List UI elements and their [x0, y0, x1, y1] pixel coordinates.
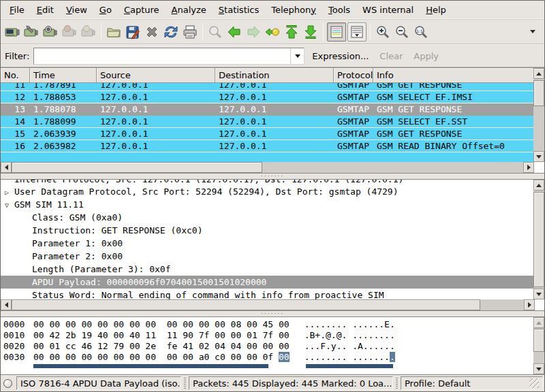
- ascii-selected-char[interactable]: .: [390, 352, 395, 362]
- scroll-up-button[interactable]: [533, 180, 544, 191]
- menu-analyze[interactable]: Analyze: [166, 2, 213, 18]
- packet-list-vscrollbar[interactable]: [533, 68, 544, 162]
- menu-help[interactable]: Help: [420, 2, 452, 18]
- go-to-bottom-button[interactable]: [301, 22, 320, 42]
- scroll-left-button[interactable]: [1, 162, 12, 173]
- scroll-up-button[interactable]: [533, 317, 544, 328]
- detail-field-status-word[interactable]: Status Word: Normal ending of command wi…: [1, 289, 533, 299]
- filter-dropdown-button[interactable]: [290, 48, 304, 64]
- detail-field-param2[interactable]: Parameter 2: 0x00: [1, 250, 533, 263]
- statusbar-divider[interactable]: [184, 378, 186, 389]
- hex-selected-byte[interactable]: 00: [279, 352, 290, 362]
- packet-list-hscrollbar[interactable]: [1, 162, 534, 173]
- go-forward-button[interactable]: [244, 22, 263, 42]
- ascii-highlight-bar: [306, 364, 393, 368]
- stop-capture-button[interactable]: [60, 22, 79, 42]
- detail-field-class[interactable]: Class: GSM (0xa0): [1, 211, 533, 224]
- resize-grip[interactable]: [529, 378, 539, 388]
- menu-bar: File Edit View Go Capture Analyze Statis…: [1, 1, 544, 19]
- scroll-right-button[interactable]: [524, 299, 535, 310]
- hscroll-thumb[interactable]: [12, 162, 262, 173]
- menu-file[interactable]: File: [3, 2, 31, 18]
- pane-splitter[interactable]: ·······: [1, 174, 544, 179]
- menu-telephony[interactable]: Telephony: [265, 2, 322, 18]
- detail-field-param1[interactable]: Parameter 1: 0x00: [1, 237, 533, 250]
- details-hscrollbar[interactable]: [1, 299, 535, 310]
- packet-row[interactable]: 16 2.063982 127.0.0.1 127.0.0.1 GSMTAP G…: [1, 140, 534, 152]
- go-to-top-button[interactable]: [282, 22, 301, 42]
- scroll-up-button[interactable]: [533, 68, 544, 79]
- expander-expanded-icon[interactable]: ▽: [5, 199, 14, 212]
- menu-statistics[interactable]: Statistics: [213, 2, 265, 18]
- hex-row[interactable]: 0020 00 01 cc 46 12 79 00 2e fe 41 02 04…: [1, 341, 533, 352]
- column-header-time[interactable]: Time: [30, 68, 97, 83]
- reload-button[interactable]: [161, 22, 181, 42]
- cell-protocol: GSMTAP: [334, 91, 373, 103]
- menu-edit[interactable]: Edit: [31, 2, 60, 18]
- find-packet-button[interactable]: [206, 22, 225, 42]
- go-back-button[interactable]: [225, 22, 244, 42]
- expander-collapsed-icon[interactable]: ▷: [5, 186, 14, 199]
- menu-capture[interactable]: Capture: [118, 2, 166, 18]
- list-interfaces-button[interactable]: [3, 22, 22, 42]
- print-button[interactable]: [181, 22, 200, 42]
- scroll-left-button[interactable]: [1, 299, 12, 310]
- expert-info-icon[interactable]: [3, 379, 12, 388]
- packet-row-clipped[interactable]: 11 1.787891 127.0.0.1 127.0.0.1 GSMTAP G…: [1, 83, 534, 91]
- vscroll-thumb[interactable]: [533, 329, 544, 352]
- capture-options-button[interactable]: [22, 22, 41, 42]
- detail-row-clipped[interactable]: Internet Protocol, Src: 127.0.0.1 (127.0…: [1, 180, 533, 185]
- cell-protocol: GSMTAP: [334, 83, 373, 91]
- start-capture-button[interactable]: [41, 22, 60, 42]
- hex-rows: 0000 00 00 00 00 00 00 00 00 00 00 00 00…: [1, 319, 533, 374]
- column-header-source[interactable]: Source: [97, 68, 215, 83]
- hex-vscrollbar[interactable]: [533, 317, 544, 374]
- detail-field-apdu-payload-selected[interactable]: APDU Payload: 000000096f0704001500150102…: [1, 276, 533, 289]
- save-file-button[interactable]: [123, 22, 142, 42]
- open-file-button[interactable]: [104, 22, 123, 42]
- packet-row-selected[interactable]: 13 1.788078 127.0.0.1 127.0.0.1 GSMTAP G…: [1, 103, 534, 116]
- detail-field-length[interactable]: Length (Parameter 3): 0x0f: [1, 263, 533, 276]
- cell-no: 14: [1, 116, 30, 127]
- colorize-button[interactable]: [327, 22, 346, 42]
- packet-row[interactable]: 14 1.788099 127.0.0.1 127.0.0.1 GSMTAP G…: [1, 116, 534, 128]
- zoom-out-button[interactable]: [392, 22, 411, 42]
- menu-view[interactable]: View: [60, 2, 93, 18]
- details-vscrollbar[interactable]: [533, 180, 544, 299]
- scroll-down-button[interactable]: [533, 363, 544, 374]
- restart-capture-button[interactable]: [79, 22, 98, 42]
- zoom-normal-button[interactable]: 1:1: [411, 22, 431, 42]
- hex-row[interactable]: 0030 00 00 00 00 00 00 00 00 00 00 a0 c0…: [1, 352, 533, 363]
- apply-button[interactable]: Apply: [410, 50, 442, 63]
- packet-row[interactable]: 15 2.063939 127.0.0.1 127.0.0.1 GSMTAP G…: [1, 128, 534, 140]
- udp-protocol-line[interactable]: ▷User Datagram Protocol, Src Port: 52294…: [1, 185, 533, 198]
- filter-input[interactable]: [34, 48, 290, 64]
- toolbar-overflow-button[interactable]: [523, 22, 542, 42]
- menu-go[interactable]: Go: [93, 2, 118, 18]
- scroll-down-button[interactable]: [533, 151, 544, 162]
- column-header-no[interactable]: No.: [1, 68, 30, 83]
- pane-splitter[interactable]: ·······: [1, 311, 544, 316]
- scroll-right-button[interactable]: [523, 162, 534, 173]
- vscroll-thumb[interactable]: [533, 192, 544, 287]
- zoom-in-button[interactable]: [373, 22, 392, 42]
- detail-field-instruction[interactable]: Instruction: GET RESPONSE (0xc0): [1, 224, 533, 237]
- menu-ws-internal[interactable]: WS internal: [356, 2, 420, 18]
- expression-button[interactable]: Expression...: [309, 50, 372, 63]
- statusbar-divider[interactable]: [396, 378, 398, 389]
- clear-button[interactable]: Clear: [376, 50, 406, 63]
- column-header-info[interactable]: Info: [373, 68, 534, 83]
- close-file-button[interactable]: [142, 22, 161, 42]
- scroll-down-button[interactable]: [533, 289, 544, 299]
- column-header-protocol[interactable]: Protocol: [334, 68, 373, 83]
- vscroll-thumb[interactable]: [533, 80, 544, 106]
- hscroll-thumb[interactable]: [12, 299, 480, 310]
- go-to-packet-button[interactable]: [263, 22, 282, 42]
- auto-scroll-button[interactable]: [347, 22, 367, 42]
- gsm-sim-line[interactable]: ▽GSM SIM 11.11: [1, 198, 533, 211]
- hex-row[interactable]: 0010 00 42 2b 19 40 00 40 11 11 90 7f 00…: [1, 330, 533, 341]
- column-header-destination[interactable]: Destination: [215, 68, 334, 83]
- hex-row[interactable]: 0000 00 00 00 00 00 00 00 00 00 00 00 00…: [1, 319, 533, 330]
- packet-row[interactable]: 12 1.788053 127.0.0.1 127.0.0.1 GSMTAP G…: [1, 91, 534, 103]
- menu-tools[interactable]: Tools: [322, 2, 356, 18]
